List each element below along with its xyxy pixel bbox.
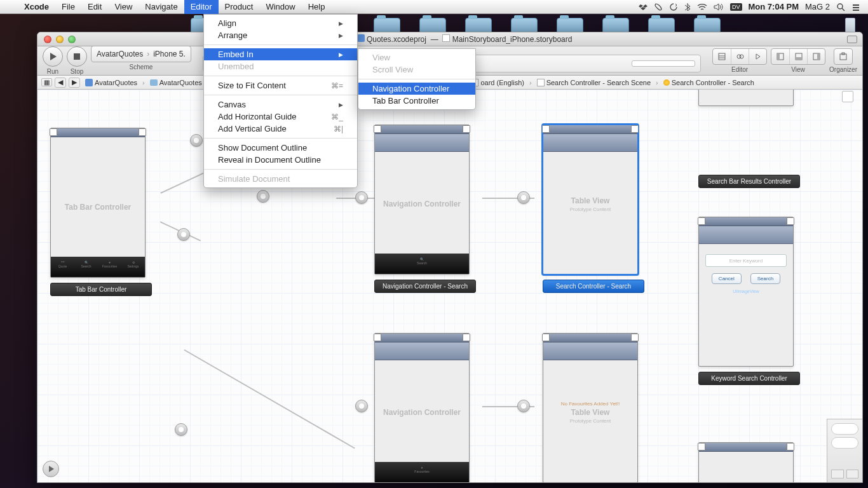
svg-rect-3 bbox=[853, 7, 859, 8]
tab-settings-icon: ⚙Settings bbox=[126, 261, 141, 273]
library-view-icon[interactable] bbox=[846, 470, 859, 478]
embed-in-submenu: View Scroll View Navigation Controller T… bbox=[358, 48, 476, 110]
jumpbar-scene[interactable]: Search Controller - Search Scene bbox=[534, 79, 653, 86]
run-button[interactable] bbox=[43, 46, 63, 67]
scene-nav-search[interactable]: Navigation Controller 🔍Search Navigation… bbox=[374, 125, 476, 293]
scene-label[interactable]: Navigation Controller - Search bbox=[374, 280, 476, 293]
jumpbar-group[interactable]: AvatarQuotes bbox=[147, 79, 205, 86]
editor-mode-segmented[interactable] bbox=[712, 48, 767, 65]
forward-button[interactable]: ▶ bbox=[69, 78, 80, 88]
close-window-button[interactable] bbox=[44, 36, 51, 43]
organizer-button[interactable] bbox=[834, 48, 853, 65]
library-view-icon[interactable] bbox=[831, 470, 844, 478]
menubar-user[interactable]: MaG 2 bbox=[805, 2, 830, 11]
storyboard-canvas[interactable]: Tab Bar Controller ❝❞Quote 🔍Search ♥Favo… bbox=[37, 90, 862, 482]
menu-embed-in[interactable]: Embed In bbox=[204, 48, 357, 60]
menu-canvas[interactable]: Canvas bbox=[204, 98, 357, 111]
notification-center-icon[interactable] bbox=[851, 3, 860, 11]
back-button[interactable]: ◀ bbox=[55, 78, 66, 88]
scheme-selector[interactable]: AvatarQuotes›iPhone 5. bbox=[91, 46, 191, 62]
sync-icon[interactable] bbox=[669, 3, 678, 11]
scene-tabbar[interactable]: Tab Bar Controller ❝❞Quote 🔍Search ♥Favo… bbox=[50, 128, 152, 296]
scene-search-bar-results[interactable]: Search Bar Results Controller bbox=[698, 90, 800, 188]
scene-label[interactable]: Tab Bar Controller bbox=[50, 283, 152, 296]
submenu-navigation-controller[interactable]: Navigation Controller bbox=[358, 83, 475, 95]
menu-edit[interactable]: Edit bbox=[81, 0, 108, 14]
scene-keyword-search[interactable]: Enter Keyword Cancel Search UIImageView … bbox=[698, 217, 800, 385]
app-menu[interactable]: Xcode bbox=[18, 0, 55, 14]
segue-node[interactable] bbox=[355, 191, 368, 204]
scheme-label: Scheme bbox=[130, 64, 153, 71]
zoom-window-button[interactable] bbox=[68, 36, 76, 43]
menu-reveal-document-outline[interactable]: Reveal in Document Outline bbox=[204, 154, 357, 166]
segue-node[interactable] bbox=[517, 191, 530, 204]
jumpbar-controller[interactable]: Search Controller - Search bbox=[661, 79, 757, 86]
cancel-button[interactable]: Cancel bbox=[712, 273, 742, 284]
canvas-zoom-button[interactable] bbox=[43, 461, 59, 477]
tab-favourites-icon: ♥Favourites bbox=[414, 466, 430, 478]
menu-align[interactable]: Align bbox=[204, 17, 357, 29]
scene-nav-fav[interactable]: Navigation Controller ♥Favourites Naviga… bbox=[374, 333, 476, 482]
object-library-sliver[interactable] bbox=[827, 419, 862, 482]
progress-bar bbox=[632, 60, 695, 67]
toggle-navigator-icon[interactable] bbox=[771, 49, 789, 64]
segue-node[interactable] bbox=[257, 190, 269, 203]
search-button[interactable]: Search bbox=[750, 273, 780, 284]
scene-label[interactable]: Search Bar Results Controller bbox=[698, 175, 800, 188]
menu-help[interactable]: Help bbox=[302, 0, 332, 14]
spotlight-icon[interactable] bbox=[836, 3, 845, 11]
mac-menubar: Xcode File Edit View Navigate Editor Pro… bbox=[0, 0, 868, 14]
menubar-clock[interactable]: Mon 7:04 PM bbox=[749, 2, 799, 11]
minimize-window-button[interactable] bbox=[56, 36, 64, 43]
bluetooth-icon[interactable] bbox=[684, 3, 691, 11]
scene-favourites[interactable]: No Favourites Added Yet!! Table View Pro… bbox=[543, 333, 644, 482]
fullscreen-button[interactable] bbox=[847, 36, 857, 43]
volume-icon[interactable] bbox=[714, 3, 724, 11]
segue-node[interactable] bbox=[355, 400, 368, 412]
scene-partial-bottom[interactable] bbox=[698, 442, 800, 482]
menu-editor[interactable]: Editor bbox=[184, 0, 219, 14]
version-editor-icon[interactable] bbox=[749, 49, 766, 64]
related-items-icon[interactable]: ▦ bbox=[41, 78, 52, 86]
segue-node[interactable] bbox=[190, 134, 203, 147]
menu-view[interactable]: View bbox=[108, 0, 139, 14]
xcodeproj-icon bbox=[357, 34, 365, 42]
menu-add-vertical-guide[interactable]: Add Vertical Guide⌘| bbox=[204, 123, 357, 135]
dropbox-icon[interactable] bbox=[639, 3, 648, 11]
scene-label[interactable]: Keyword Search Controller bbox=[698, 372, 800, 385]
stop-button[interactable] bbox=[67, 46, 87, 67]
library-filter-input[interactable] bbox=[831, 437, 858, 449]
keyword-input[interactable]: Enter Keyword bbox=[705, 254, 787, 267]
jumpbar-project[interactable]: AvatarQuotes bbox=[83, 79, 140, 86]
menu-navigate[interactable]: Navigate bbox=[139, 0, 184, 14]
library-filter-input[interactable] bbox=[831, 423, 858, 435]
menu-file[interactable]: File bbox=[55, 0, 81, 14]
segue-node[interactable] bbox=[517, 400, 530, 412]
toggle-utilities-icon[interactable] bbox=[807, 49, 825, 64]
scene-search-controller[interactable]: Table ViewPrototype Content Search Contr… bbox=[543, 125, 644, 293]
menu-window[interactable]: Window bbox=[259, 0, 301, 14]
phone-icon[interactable] bbox=[654, 3, 663, 11]
menu-size-to-fit[interactable]: Size to Fit Content⌘= bbox=[204, 79, 357, 92]
table1-title: Table View bbox=[571, 196, 610, 205]
submenu-tab-bar-controller[interactable]: Tab Bar Controller bbox=[358, 95, 475, 107]
uiimageview-label: UIImageView bbox=[699, 289, 793, 294]
menu-arrange[interactable]: Arrange bbox=[204, 29, 357, 41]
input-source-badge[interactable]: DV bbox=[730, 3, 742, 11]
svg-rect-12 bbox=[777, 53, 780, 60]
jumpbar-storyboard[interactable]: oard (English) bbox=[468, 79, 526, 86]
storyboard-file-icon bbox=[442, 34, 450, 42]
wifi-icon[interactable] bbox=[697, 3, 707, 11]
menu-add-horizontal-guide[interactable]: Add Horizontal Guide⌘_ bbox=[204, 111, 357, 123]
scene-label[interactable]: Search Controller - Search bbox=[543, 280, 644, 293]
view-panes-segmented[interactable] bbox=[771, 48, 825, 65]
segue-node[interactable] bbox=[175, 423, 187, 436]
assistant-editor-icon[interactable] bbox=[731, 49, 749, 64]
menu-show-document-outline[interactable]: Show Document Outline bbox=[204, 142, 357, 154]
run-label: Run bbox=[47, 68, 58, 75]
toggle-debug-icon[interactable] bbox=[789, 49, 807, 64]
segue-node[interactable] bbox=[177, 228, 190, 241]
canvas-badge bbox=[842, 91, 853, 102]
menu-product[interactable]: Product bbox=[219, 0, 260, 14]
standard-editor-icon[interactable] bbox=[713, 49, 731, 64]
